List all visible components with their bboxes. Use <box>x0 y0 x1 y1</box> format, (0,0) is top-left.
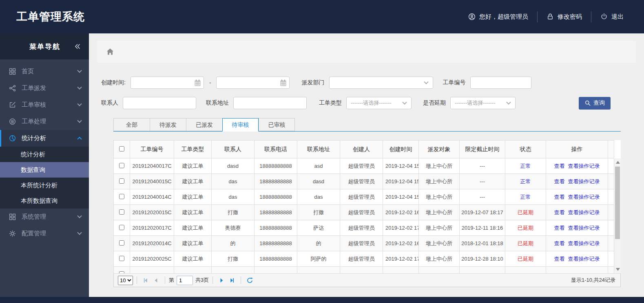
row-checkbox[interactable] <box>119 194 124 199</box>
view-link[interactable]: 查看 <box>554 240 565 246</box>
total-pages-label: 共3页 <box>195 277 209 284</box>
sidebar-item-review[interactable]: 工单审核 <box>0 97 89 113</box>
cell-contact: 的 <box>212 236 255 251</box>
user-greeting[interactable]: 您好，超级管理员 <box>459 11 537 22</box>
delayed-value: -------请选择------- <box>455 99 496 107</box>
divider <box>212 277 213 284</box>
home-icon[interactable] <box>106 48 114 56</box>
created-time-end-input[interactable] <box>216 77 290 89</box>
contact-input[interactable] <box>123 97 196 109</box>
select-all-checkbox[interactable] <box>119 146 124 152</box>
sidebar-subitem-stats-analysis[interactable]: 统计分析 <box>0 147 89 162</box>
scrollbar-thumb[interactable] <box>615 167 620 239</box>
query-button[interactable]: 查询 <box>579 97 611 110</box>
view-link[interactable]: 查看 <box>554 194 565 200</box>
cell-dispatch-to: 墩上中心所 <box>419 174 460 189</box>
view-link[interactable]: 查看 <box>554 209 565 215</box>
sidebar-subitem-branch-data-query[interactable]: 本所数据查询 <box>0 193 89 209</box>
order-type-select[interactable]: -------请选择------- <box>346 97 412 109</box>
sidebar-item-label: 工单派发 <box>22 84 46 92</box>
view-log-link[interactable]: 查看操作记录 <box>568 225 600 231</box>
sidebar-item-stats[interactable]: 统计分析 <box>0 130 89 147</box>
created-time-start-input[interactable] <box>131 77 204 89</box>
order-type-value: -------请选择------- <box>351 99 392 107</box>
cell-contact: das <box>212 189 255 205</box>
table-row: 201912020015C建议工单打撒18888888888打撒超级管理员201… <box>114 205 614 220</box>
first-page-button[interactable] <box>142 277 149 284</box>
view-link[interactable]: 查看 <box>554 256 565 262</box>
view-link[interactable]: 查看 <box>554 163 565 169</box>
select-all-header <box>114 141 130 158</box>
tab-dispatched[interactable]: 已派发 <box>186 118 222 131</box>
cell-order-no: 201912020015C <box>130 205 174 220</box>
refresh-button[interactable] <box>246 277 253 284</box>
tab-pending-dispatch[interactable]: 待派发 <box>150 118 186 131</box>
sidebar-item-process[interactable]: 工单处理 <box>0 113 89 130</box>
column-header: 状态 <box>505 141 546 158</box>
tab-all[interactable]: 全部 <box>113 118 150 131</box>
tab-reviewed[interactable]: 已审核 <box>259 118 295 131</box>
page-number-input[interactable] <box>177 276 193 285</box>
row-checkbox[interactable] <box>119 209 124 215</box>
change-password-button[interactable]: 修改密码 <box>537 11 591 22</box>
scroll-up-icon[interactable] <box>616 161 620 164</box>
row-checkbox[interactable] <box>119 178 124 184</box>
cell-order-type: 建议工单 <box>174 236 212 251</box>
view-log-link[interactable]: 查看操作记录 <box>568 163 600 169</box>
sidebar-item-system[interactable]: 系统管理 <box>0 209 89 225</box>
cell-phone: 18888888888 <box>255 236 297 251</box>
chevron-down-icon <box>402 100 407 105</box>
header-actions: 您好，超级管理员 修改密码 退出 <box>459 11 633 22</box>
filler-cell <box>608 174 614 189</box>
sidebar-subitem-branch-stats-analysis[interactable]: 本所统计分析 <box>0 178 89 193</box>
sidebar-item-dispatch[interactable]: 工单派发 <box>0 80 89 97</box>
address-input[interactable] <box>233 97 307 109</box>
view-link[interactable]: 查看 <box>554 178 565 184</box>
delayed-label: 是否延期 <box>423 99 446 107</box>
row-select-cell <box>114 189 130 205</box>
sidebar-submenu-stats: 统计分析数据查询本所统计分析本所数据查询 <box>0 147 89 209</box>
filler-cell <box>608 236 614 251</box>
row-checkbox[interactable] <box>119 256 124 261</box>
prev-page-button[interactable] <box>153 277 159 284</box>
calendar-icon[interactable] <box>279 79 287 87</box>
view-log-link[interactable]: 查看操作记录 <box>568 209 600 215</box>
created-time-end-field <box>216 77 290 89</box>
sidebar-subitem-data-query[interactable]: 数据查询 <box>0 162 89 178</box>
view-log-link[interactable]: 查看操作记录 <box>568 178 600 184</box>
cell <box>383 267 419 274</box>
view-link[interactable]: 查看 <box>554 225 565 231</box>
row-checkbox[interactable] <box>119 240 124 246</box>
record-info: 显示1-10,共24记录 <box>571 277 616 284</box>
delayed-select[interactable]: -------请选择------- <box>450 97 516 109</box>
calendar-icon[interactable] <box>194 79 201 87</box>
cell-creator: 超级管理员 <box>340 251 383 267</box>
dispatch-dept-select[interactable] <box>329 77 433 89</box>
order-no-input[interactable] <box>470 77 531 89</box>
cell-created: 2019-12-04 15 <box>383 174 419 189</box>
row-checkbox[interactable] <box>119 225 124 230</box>
filler-cell <box>608 158 614 174</box>
page-size-select[interactable]: 10 <box>118 276 133 285</box>
view-log-link[interactable]: 查看操作记录 <box>568 240 600 246</box>
table-scrollbar[interactable] <box>614 158 621 273</box>
row-checkbox[interactable] <box>119 163 124 168</box>
sidebar-item-config[interactable]: 配置管理 <box>0 225 89 242</box>
row-checkbox[interactable] <box>119 271 124 274</box>
cell-phone: 18888888888 <box>255 174 297 189</box>
scroll-down-icon[interactable] <box>616 268 620 271</box>
chevron-down-icon <box>78 215 81 219</box>
sidebar-collapse-button[interactable] <box>74 43 81 50</box>
next-page-button[interactable] <box>218 277 225 284</box>
logout-button[interactable]: 退出 <box>591 11 633 22</box>
prev-page-icon <box>153 277 159 284</box>
view-log-link[interactable]: 查看操作记录 <box>568 256 600 262</box>
last-page-button[interactable] <box>228 277 235 284</box>
sidebar-item-home[interactable]: 首页 <box>0 63 89 80</box>
tab-pending-review[interactable]: 待审核 <box>222 118 259 132</box>
view-log-link[interactable]: 查看操作记录 <box>568 194 600 200</box>
cell-creator: 超级管理员 <box>340 205 383 220</box>
cell-order-type: 建议工单 <box>174 220 212 236</box>
refresh-icon <box>246 277 253 284</box>
cell <box>212 267 255 274</box>
